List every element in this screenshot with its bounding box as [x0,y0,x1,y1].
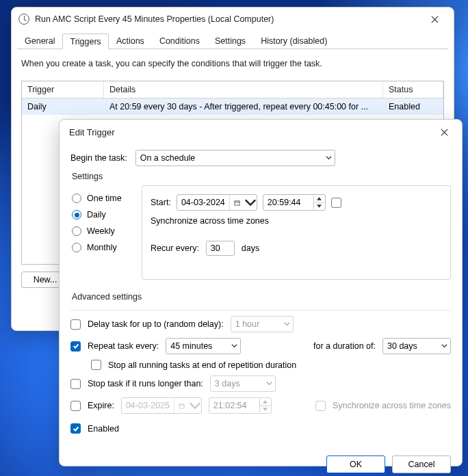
cancel-button[interactable]: Cancel [392,455,451,473]
tabs: General Triggers Actions Conditions Sett… [12,31,454,49]
start-label: Start: [151,198,171,207]
duration-combo[interactable]: 30 days [382,338,451,354]
recur-unit: days [242,243,259,253]
radio-onetime[interactable]: One time [72,194,129,203]
calendar-icon [174,398,189,413]
stop-long-label: Stop task if it runs longer than: [88,379,203,388]
spin-down-icon [259,406,270,413]
stop-all-checkbox[interactable] [91,360,101,370]
calendar-icon[interactable] [229,195,244,210]
stop-all-label: Stop all running tasks at end of repetit… [108,360,296,370]
tab-conditions[interactable]: Conditions [152,33,207,49]
sync-timezone-label: Synchronize across time zones [151,216,269,226]
stop-long-combo: 3 days [210,375,276,392]
dialog-titlebar: Edit Trigger [60,120,462,144]
sync-timezone-checkbox[interactable] [331,198,341,208]
dialog-title: Edit Trigger [69,127,430,137]
chevron-down-icon [284,319,290,329]
begin-task-value: On a schedule [140,153,196,163]
expire-checkbox[interactable] [70,401,81,411]
table-row[interactable]: Daily At 20:59 every 30 days - After tri… [22,98,443,115]
delay-combo: 1 hour [231,316,294,332]
edit-trigger-dialog: Edit Trigger Begin the task: On a schedu… [59,119,463,466]
close-icon [431,16,439,23]
spinner-buttons[interactable] [313,196,324,209]
expire-label: Expire: [88,401,114,410]
schedule-panel: Start: 04-03-2024 20:59:44 [142,185,451,280]
tab-actions[interactable]: Actions [109,33,152,49]
spin-down-icon[interactable] [313,203,324,210]
chevron-down-icon [441,341,447,351]
delay-label: Delay task for up to (random delay): [88,319,224,329]
col-trigger[interactable]: Trigger [22,81,104,98]
begin-task-label: Begin the task: [70,153,127,163]
enabled-label: Enabled [88,424,119,434]
cell-trigger: Daily [22,98,104,115]
radio-monthly[interactable]: Monthly [72,243,129,252]
dialog-footer: OK Cancel [60,447,462,476]
radio-icon [72,243,81,252]
svg-rect-2 [179,404,184,408]
tab-triggers[interactable]: Triggers [62,34,108,49]
start-date-picker[interactable]: 04-03-2024 [177,194,257,211]
close-icon [441,129,448,136]
radio-daily[interactable]: Daily [72,210,129,220]
tab-history[interactable]: History (disabled) [253,33,335,49]
duration-label: for a duration of: [313,341,376,351]
close-button[interactable] [421,10,448,29]
start-date-value: 04-03-2024 [177,198,229,207]
tab-general[interactable]: General [17,33,62,49]
check-icon [73,425,79,432]
recur-input[interactable]: 30 [206,241,235,256]
start-time-value: 20:59:44 [268,198,301,207]
ok-button[interactable]: OK [326,455,385,473]
check-icon [73,343,79,349]
task-scheduler-icon [18,14,29,25]
expire-sync-tz-label: Synchronize across time zones [333,401,451,410]
advanced-label: Advanced settings [70,292,451,304]
chevron-down-icon [326,153,332,163]
repeat-combo[interactable]: 45 minutes [166,338,241,354]
chevron-down-icon [266,379,272,388]
spin-up-icon[interactable] [313,196,324,203]
spinner-buttons [259,399,270,412]
window-title: Run AMC Script Every 45 Minutes Properti… [35,14,421,24]
tab-description: When you create a task, you can specify … [21,59,444,68]
dialog-close-button[interactable] [430,122,458,142]
svg-rect-0 [235,200,239,204]
tab-settings[interactable]: Settings [207,33,253,49]
chevron-down-icon [189,398,201,413]
radio-icon [72,210,81,220]
expire-sync-tz-checkbox [315,401,326,411]
radio-icon [72,226,81,236]
expire-time-spinner: 21:02:54 [209,397,272,414]
begin-task-combo[interactable]: On a schedule [135,150,335,166]
titlebar: Run AMC Script Every 45 Minutes Properti… [12,8,454,31]
recur-label: Recur every: [151,243,199,253]
start-time-spinner[interactable]: 20:59:44 [263,194,326,211]
enabled-checkbox[interactable] [70,423,81,434]
expire-date-picker: 04-03-2025 [121,397,202,414]
schedule-radios: One time Daily Weekly Monthly [70,185,131,252]
repeat-label: Repeat task every: [88,341,159,351]
spin-up-icon [259,399,270,406]
repeat-checkbox[interactable] [70,341,81,352]
col-status[interactable]: Status [383,81,443,98]
delay-checkbox[interactable] [70,319,81,330]
cell-status: Enabled [383,98,443,115]
cell-details: At 20:59 every 30 days - After triggered… [104,98,383,115]
stop-long-checkbox[interactable] [70,379,81,389]
table-header: Trigger Details Status [22,81,443,98]
chevron-down-icon [231,341,237,351]
radio-weekly[interactable]: Weekly [72,226,129,236]
radio-icon [72,194,81,203]
col-details[interactable]: Details [104,81,383,98]
chevron-down-icon[interactable] [244,195,257,210]
settings-group-label: Settings [70,172,451,184]
